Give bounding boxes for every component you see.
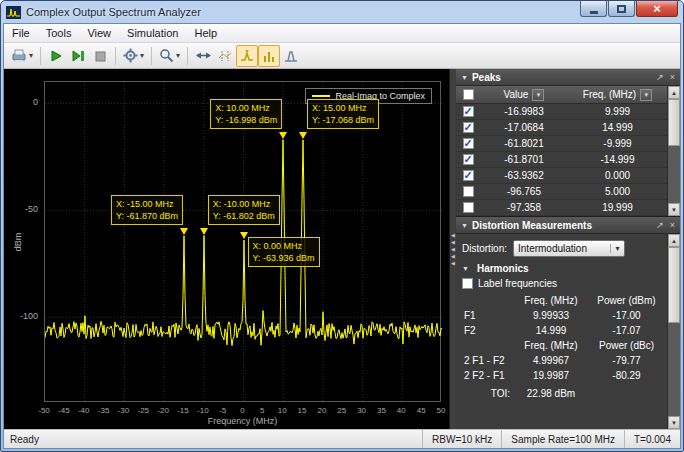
data-cursor-label[interactable]: X: -15.00 MHzY: -61.870 dBm xyxy=(111,195,183,225)
peaks-panel: ▼ Peaks ↗ × Value ▾ xyxy=(456,69,680,217)
dist-header-freq: Freq. (MHz) xyxy=(514,340,588,351)
scrollbar-track[interactable] xyxy=(668,247,680,416)
peak-value: -61.8701 xyxy=(480,154,568,165)
gear-icon xyxy=(123,48,138,63)
spectrum-plot[interactable]: 0-50-100 dBm Real-Imag to Complex X: -15… xyxy=(4,69,449,429)
peak-checkbox[interactable] xyxy=(463,154,474,165)
collapse-icon[interactable]: ▼ xyxy=(461,222,468,229)
data-cursor-label[interactable]: X: 10.00 MHzY: -16.998 dBm xyxy=(210,99,282,129)
scrollbar-track[interactable] xyxy=(668,99,680,203)
scrollbar-thumb[interactable] xyxy=(668,99,680,146)
undock-icon[interactable]: ↗ xyxy=(656,72,664,82)
table-row: 2 F2 - F1 19.9987 -80.29 xyxy=(462,368,665,383)
menu-file[interactable]: File xyxy=(4,25,38,41)
peak-marker-icon[interactable] xyxy=(180,228,188,235)
data-cursor-label[interactable]: X: 15.00 MHzY: -17.068 dBm xyxy=(307,99,379,129)
toi-label: TOI: xyxy=(462,388,514,399)
distortion-measurements-button[interactable] xyxy=(258,45,280,67)
toi-row: TOI: 22.98 dBm xyxy=(462,386,665,401)
peak-marker-icon[interactable] xyxy=(240,232,248,239)
peak-marker-icon[interactable] xyxy=(200,228,208,235)
collapse-icon[interactable]: ▼ xyxy=(462,265,469,272)
peak-frequency: -9.999 xyxy=(568,138,667,149)
dist-header-freq: Freq. (MHz) xyxy=(514,295,588,306)
distortion-scrollbar[interactable]: ▲ ▼ xyxy=(667,234,680,429)
peaks-panel-header[interactable]: ▼ Peaks ↗ × xyxy=(456,69,680,86)
full-span-button[interactable] xyxy=(192,45,214,67)
peak-value: -97.358 xyxy=(480,202,568,213)
x-tick-label: -40 xyxy=(78,406,90,415)
maximize-button[interactable] xyxy=(608,1,635,17)
table-row: F2 14.999 -17.07 xyxy=(462,323,665,338)
minimize-button[interactable] xyxy=(580,1,607,17)
toolbar-separator xyxy=(151,47,152,65)
peak-checkbox[interactable] xyxy=(463,202,474,213)
settings-button[interactable]: ▾ xyxy=(120,45,147,67)
cursor-measurements-icon xyxy=(218,50,232,62)
label-frequencies-checkbox[interactable] xyxy=(462,278,473,289)
dist-header-power-dbc: Power (dBc) xyxy=(588,340,665,351)
filter-dropdown-icon[interactable]: ▾ xyxy=(532,89,544,101)
run-icon xyxy=(49,49,63,63)
peak-checkbox[interactable] xyxy=(463,170,474,181)
status-sample-rate: Sample Rate=100 MHz xyxy=(501,430,624,448)
run-button[interactable] xyxy=(45,45,67,67)
collapse-left-icon: ◀ xyxy=(451,246,455,253)
title-bar[interactable]: Complex Output Spectrum Analyzer × xyxy=(1,1,683,23)
panel-splitter[interactable]: ◀ ◀ ◀ ◀ ◀ xyxy=(449,69,456,429)
menu-tools[interactable]: Tools xyxy=(38,25,80,41)
menu-view[interactable]: View xyxy=(79,25,119,41)
collapse-icon[interactable]: ▼ xyxy=(461,74,468,81)
close-button[interactable]: × xyxy=(636,1,678,17)
maximize-icon xyxy=(617,5,626,13)
stop-button[interactable] xyxy=(89,45,111,67)
peak-marker-icon[interactable] xyxy=(299,132,307,139)
scroll-up-icon[interactable]: ▲ xyxy=(668,234,680,247)
peak-value: -63.9362 xyxy=(480,170,568,181)
peak-value: -16.9983 xyxy=(480,106,568,117)
scroll-down-icon[interactable]: ▼ xyxy=(668,203,680,216)
cursor-measurements-button[interactable] xyxy=(214,45,236,67)
peaks-scrollbar[interactable]: ▲ ▼ xyxy=(667,86,680,216)
filter-dropdown-icon[interactable]: ▾ xyxy=(640,89,652,101)
dist-header-power-dbm: Power (dBm) xyxy=(588,295,665,306)
peak-checkbox[interactable] xyxy=(463,122,474,133)
peak-value: -61.8021 xyxy=(480,138,568,149)
x-tick-label: 20 xyxy=(317,406,326,415)
peak-frequency: 5.000 xyxy=(568,186,667,197)
app-frame: File Tools View Simulation Help ▾ xyxy=(3,23,681,449)
peak-row: -61.8701-14.999 xyxy=(456,152,667,168)
distortion-content: Distortion: Intermodulation ▾ ▼ Harmonic… xyxy=(456,234,667,429)
undock-icon[interactable]: ↗ xyxy=(656,220,664,230)
menu-bar: File Tools View Simulation Help xyxy=(4,24,680,43)
x-tick-label: 45 xyxy=(417,406,426,415)
data-cursor-label[interactable]: X: 0.00 MHzY: -63.936 dBm xyxy=(248,237,320,267)
peak-checkbox[interactable] xyxy=(463,186,474,197)
step-forward-button[interactable] xyxy=(67,45,89,67)
distortion-select[interactable]: Intermodulation ▾ xyxy=(513,240,625,257)
scroll-down-icon[interactable]: ▼ xyxy=(668,416,680,429)
zoom-button[interactable]: ▾ xyxy=(156,45,183,67)
scrollbar-thumb[interactable] xyxy=(668,247,680,323)
peak-checkbox[interactable] xyxy=(463,138,474,149)
data-cursor-label[interactable]: X: -10.00 MHzY: -61.802 dBm xyxy=(208,195,280,225)
x-tick-label: -45 xyxy=(58,406,70,415)
scroll-up-icon[interactable]: ▲ xyxy=(668,86,680,99)
plot-axes[interactable]: Real-Imag to Complex X: -15.00 MHzY: -61… xyxy=(44,81,441,402)
x-tick-label: -20 xyxy=(157,406,169,415)
export-button[interactable]: ▾ xyxy=(8,45,36,67)
distortion-panel-header[interactable]: ▼ Distortion Measurements ↗ × xyxy=(456,217,680,234)
peak-finder-button[interactable] xyxy=(236,45,258,67)
peak-frequency: 14.999 xyxy=(568,122,667,133)
peak-row: -61.8021-9.999 xyxy=(456,136,667,152)
peak-marker-icon[interactable] xyxy=(279,132,287,139)
close-icon[interactable]: × xyxy=(670,220,675,230)
menu-simulation[interactable]: Simulation xyxy=(119,25,186,41)
table-row: F1 9.99933 -17.00 xyxy=(462,308,665,323)
menu-help[interactable]: Help xyxy=(186,25,225,41)
step-forward-icon xyxy=(71,49,85,63)
spectral-mask-button[interactable] xyxy=(280,45,302,67)
peak-checkbox[interactable] xyxy=(463,106,474,117)
select-all-checkbox[interactable] xyxy=(463,89,474,100)
close-icon[interactable]: × xyxy=(670,72,675,82)
